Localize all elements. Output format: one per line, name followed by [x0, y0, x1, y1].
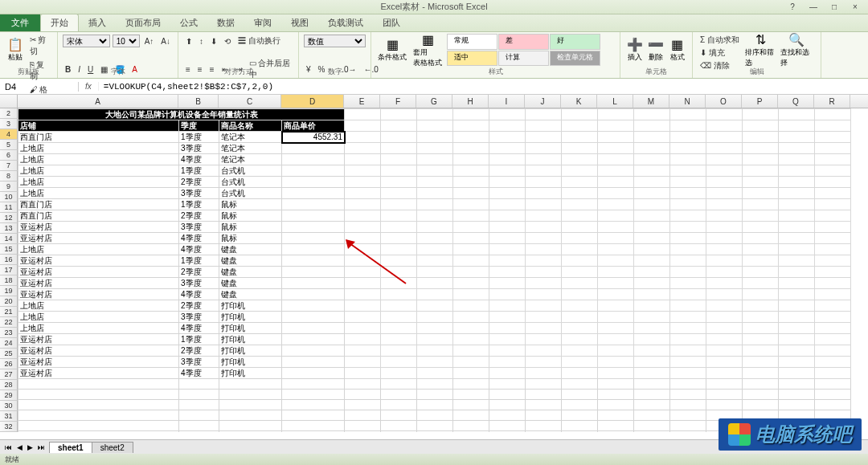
sheet-nav-prev[interactable]: ◀ [15, 443, 24, 451]
sheet-nav-first[interactable]: ⏮ [3, 443, 14, 451]
col-header-L[interactable]: L [597, 95, 633, 108]
col-header-O[interactable]: O [706, 95, 742, 108]
row-header-25[interactable]: 25 [0, 349, 18, 359]
sheet-tab-2[interactable]: sheet2 [92, 442, 133, 453]
tab-data[interactable]: 数据 [207, 14, 244, 31]
conditional-format-button[interactable]: ▦条件格式 [376, 34, 408, 66]
col-header-N[interactable]: N [669, 95, 706, 108]
format-cells-button[interactable]: ▦格式 [668, 34, 687, 66]
style-good[interactable]: 好 [550, 34, 600, 50]
row-header-24[interactable]: 24 [0, 338, 18, 349]
row-header-20[interactable]: 20 [0, 296, 18, 307]
col-header-D[interactable]: D [281, 95, 344, 108]
col-header-I[interactable]: I [489, 95, 525, 108]
row-header-23[interactable]: 23 [0, 328, 18, 338]
row-header-8[interactable]: 8 [0, 171, 18, 182]
tab-page-layout[interactable]: 页面布局 [116, 14, 170, 31]
formula-input[interactable]: =VLOOKUP(C4,sheet2!$B$2:C$7,2,0) [99, 82, 868, 92]
row-header-12[interactable]: 12 [0, 213, 18, 223]
row-header-27[interactable]: 27 [0, 369, 18, 380]
row-header-32[interactable]: 32 [0, 422, 18, 432]
col-header-H[interactable]: H [452, 95, 489, 108]
row-header-10[interactable]: 10 [0, 192, 18, 202]
row-header-11[interactable]: 11 [0, 202, 18, 213]
col-header-G[interactable]: G [416, 95, 452, 108]
number-format-select[interactable]: 数值 [304, 35, 366, 47]
sheet-nav-last[interactable]: ⏭ [36, 443, 47, 451]
style-calc[interactable]: 计算 [498, 51, 549, 67]
align-middle-button[interactable]: ↕ [197, 36, 206, 47]
row-header-29[interactable]: 29 [0, 390, 18, 401]
fill-button[interactable]: ⬇ 填充 [698, 47, 742, 59]
insert-cells-button[interactable]: ➕插入 [625, 34, 645, 66]
row-header-16[interactable]: 16 [0, 255, 18, 265]
col-header-E[interactable]: E [344, 95, 380, 108]
paste-button[interactable]: 📋粘贴 [5, 34, 26, 66]
tab-insert[interactable]: 插入 [79, 14, 116, 31]
spreadsheet-grid[interactable]: ABCDEFGHIJKLMNOPQR 234567891011121314151… [0, 95, 868, 432]
col-header-C[interactable]: C [219, 95, 281, 108]
style-normal[interactable]: 常规 [447, 34, 497, 50]
autosum-button[interactable]: Σ 自动求和 [698, 34, 742, 47]
col-header-F[interactable]: F [380, 95, 416, 108]
delete-cells-button[interactable]: ➖删除 [646, 34, 665, 66]
style-check[interactable]: 检查单元格 [550, 51, 600, 67]
fx-button[interactable]: fx [79, 82, 99, 91]
tab-view[interactable]: 视图 [281, 14, 318, 31]
help-button[interactable]: ? [783, 2, 802, 13]
row-header-7[interactable]: 7 [0, 161, 18, 171]
row-header-2[interactable]: 2 [0, 108, 18, 119]
row-header-9[interactable]: 9 [0, 182, 18, 192]
row-header-26[interactable]: 26 [0, 359, 18, 369]
tab-review[interactable]: 审阅 [244, 14, 281, 31]
tab-load-test[interactable]: 负载测试 [318, 14, 373, 31]
row-header-28[interactable]: 28 [0, 380, 18, 390]
row-header-14[interactable]: 14 [0, 234, 18, 244]
align-bottom-button[interactable]: ⬇ [208, 36, 219, 47]
maximize-button[interactable]: □ [825, 2, 844, 13]
find-select-button[interactable]: 🔍查找和选择 [780, 34, 813, 66]
row-header-6[interactable]: 6 [0, 150, 18, 161]
row-header-30[interactable]: 30 [0, 401, 18, 411]
select-all-corner[interactable] [0, 95, 18, 108]
row-header-17[interactable]: 17 [0, 265, 18, 275]
col-header-M[interactable]: M [633, 95, 669, 108]
style-bad[interactable]: 差 [498, 34, 549, 50]
file-tab[interactable]: 文件 [0, 14, 40, 31]
cells-area[interactable]: 大地公司某品牌计算机设备全年销量统计表店铺季度商品名称商品单价西直门店1季度笔记… [18, 108, 851, 432]
col-header-K[interactable]: K [561, 95, 597, 108]
row-header-13[interactable]: 13 [0, 223, 18, 234]
font-name-select[interactable]: 宋体 [63, 35, 110, 47]
style-mid[interactable]: 适中 [447, 51, 497, 67]
align-top-button[interactable]: ⬆ [183, 36, 194, 47]
cut-button[interactable]: ✂ 剪切 [27, 34, 52, 58]
tab-team[interactable]: 团队 [373, 14, 410, 31]
sheet-tab-1[interactable]: sheet1 [49, 442, 92, 453]
row-header-18[interactable]: 18 [0, 275, 18, 286]
col-header-R[interactable]: R [814, 95, 850, 108]
font-size-select[interactable]: 10 [113, 35, 140, 47]
close-button[interactable]: × [845, 2, 865, 13]
col-header-A[interactable]: A [18, 95, 178, 108]
col-header-P[interactable]: P [742, 95, 778, 108]
decrease-font-button[interactable]: A↓ [158, 36, 173, 47]
row-header-22[interactable]: 22 [0, 317, 18, 328]
sheet-nav-next[interactable]: ▶ [26, 443, 35, 451]
sort-filter-button[interactable]: ⇅排序和筛选 [745, 34, 777, 66]
orientation-button[interactable]: ⟲ [222, 36, 233, 47]
tab-formulas[interactable]: 公式 [170, 14, 207, 31]
row-header-21[interactable]: 21 [0, 307, 18, 317]
row-header-3[interactable]: 3 [0, 119, 18, 129]
wrap-text-button[interactable]: ☰ 自动换行 [235, 35, 283, 47]
tab-home[interactable]: 开始 [40, 14, 79, 31]
col-header-J[interactable]: J [525, 95, 561, 108]
minimize-button[interactable]: — [804, 2, 823, 13]
col-header-B[interactable]: B [178, 95, 219, 108]
row-header-4[interactable]: 4 [0, 129, 18, 140]
row-header-15[interactable]: 15 [0, 244, 18, 255]
table-format-button[interactable]: ▦套用 表格格式 [411, 34, 444, 66]
col-header-Q[interactable]: Q [778, 95, 814, 108]
row-header-31[interactable]: 31 [0, 411, 18, 422]
row-header-5[interactable]: 5 [0, 140, 18, 150]
row-header-19[interactable]: 19 [0, 286, 18, 296]
